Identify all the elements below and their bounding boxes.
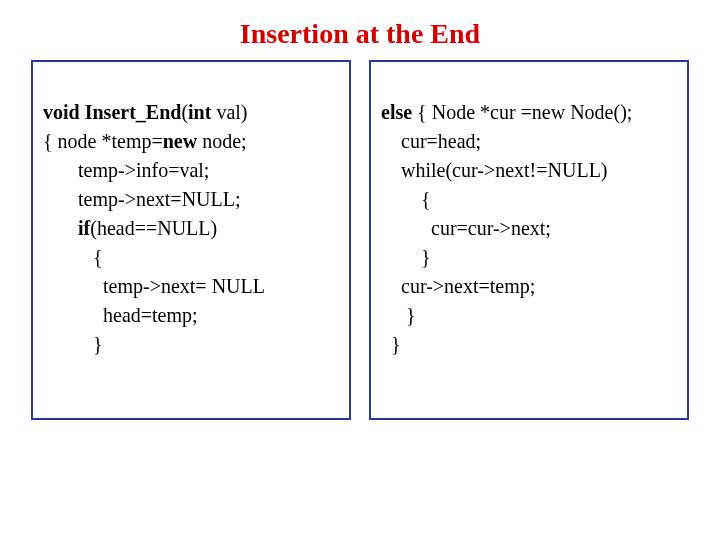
kw-if: if	[78, 217, 90, 239]
code-line: if(head==NULL)	[43, 214, 339, 243]
code-line: temp->next=NULL;	[43, 185, 339, 214]
code-text: { node *temp=	[43, 130, 163, 152]
code-line: }	[43, 330, 339, 359]
code-line: temp->next= NULL	[43, 272, 339, 301]
kw-else: else	[381, 101, 412, 123]
code-line: { node *temp=new node;	[43, 127, 339, 156]
code-line: while(cur->next!=NULL)	[381, 156, 677, 185]
code-text: { Node *cur =new Node();	[412, 101, 632, 123]
code-text: node;	[197, 130, 246, 152]
code-line: }	[381, 330, 677, 359]
code-line: head=temp;	[43, 301, 339, 330]
kw-int: int	[188, 101, 211, 123]
kw-new: new	[163, 130, 197, 152]
code-box-right: else { Node *cur =new Node(); cur=head; …	[369, 60, 689, 420]
columns: void Insert_End(int val) { node *temp=ne…	[0, 60, 720, 420]
code-line: temp->info=val;	[43, 156, 339, 185]
fn-name: Insert_End	[80, 101, 182, 123]
slide-title: Insertion at the End	[0, 0, 720, 60]
code-line: else { Node *cur =new Node();	[381, 98, 677, 127]
code-line: cur=head;	[381, 127, 677, 156]
code-line: }	[381, 301, 677, 330]
code-line: cur->next=temp;	[381, 272, 677, 301]
code-text	[43, 217, 78, 239]
kw-void: void	[43, 101, 80, 123]
code-text: (head==NULL)	[90, 217, 217, 239]
code-line: {	[381, 185, 677, 214]
code-line: }	[381, 243, 677, 272]
code-line: void Insert_End(int val)	[43, 98, 339, 127]
code-line: {	[43, 243, 339, 272]
code-line: cur=cur->next;	[381, 214, 677, 243]
code-text: val)	[211, 101, 247, 123]
code-box-left: void Insert_End(int val) { node *temp=ne…	[31, 60, 351, 420]
